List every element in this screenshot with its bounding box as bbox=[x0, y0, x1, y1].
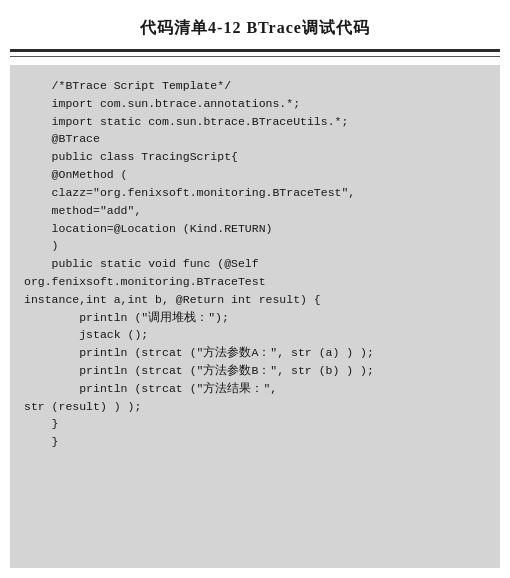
code-block: /*BTrace Script Template*/ import com.su… bbox=[24, 77, 486, 451]
page-container: 代码清单4-12 BTrace调试代码 /*BTrace Script Temp… bbox=[0, 0, 510, 578]
page-title: 代码清单4-12 BTrace调试代码 bbox=[140, 19, 370, 36]
divider-thick bbox=[10, 49, 500, 52]
code-section: /*BTrace Script Template*/ import com.su… bbox=[10, 65, 500, 568]
divider-thin bbox=[10, 56, 500, 57]
title-section: 代码清单4-12 BTrace调试代码 bbox=[0, 0, 510, 49]
